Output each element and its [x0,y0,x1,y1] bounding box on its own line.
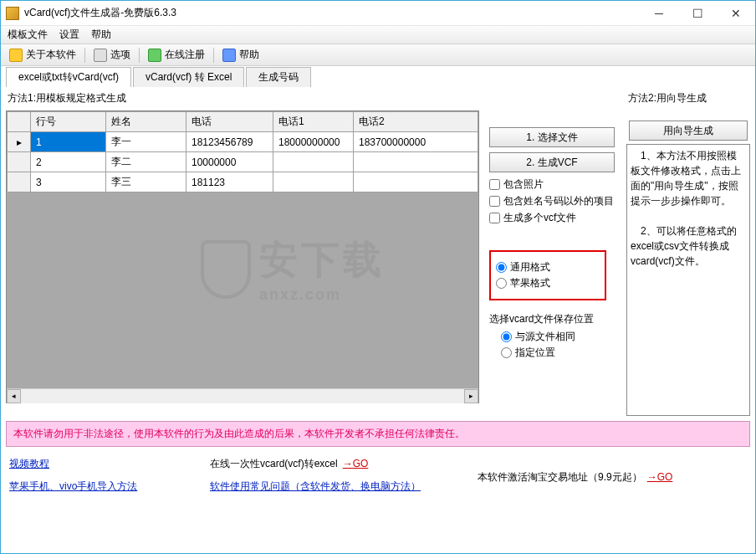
about-icon [9,49,23,62]
cell[interactable]: 10000000 [186,152,273,172]
separator [139,48,140,63]
options-label: 选项 [110,48,130,62]
title-bar: vCard(vcf)文件生成器-免费版6.3.3 ─ ☐ ✕ [1,1,755,26]
tab-strip: excel或txt转vCard(vcf) vCard(vcf) 转 Excel … [1,68,755,86]
cell[interactable]: 2 [31,152,106,172]
minimize-button[interactable]: ─ [640,1,678,26]
app-icon [6,7,19,20]
options-button[interactable]: 选项 [89,46,135,64]
cell[interactable]: 李三 [106,172,186,192]
disclaimer-banner: 本软件请勿用于非法途径，使用本软件的行为及由此造成的后果，本软件开发者不承担任何… [6,421,750,447]
wizard-button[interactable]: 用向导生成 [629,121,748,141]
col-name[interactable]: 姓名 [106,112,186,132]
col-tel1[interactable]: 电话1 [273,112,354,132]
tab-excel-to-vcf[interactable]: excel或txt转vCard(vcf) [6,67,131,87]
checkbox-icon[interactable] [489,196,500,207]
scroll-right-arrow[interactable]: ▸ [464,389,478,403]
scroll-track[interactable] [21,389,464,403]
cell[interactable] [354,172,478,192]
radio-icon[interactable] [501,331,512,342]
cell[interactable]: 183700000000 [354,132,478,152]
about-button[interactable]: 关于本软件 [4,46,81,64]
register-icon [148,49,161,62]
method1-label: 方法1:用模板规定格式生成 [8,91,621,105]
generate-vcf-button[interactable]: 2. 生成VCF [489,152,615,172]
grid-header-row: 行号 姓名 电话 电话1 电话2 [8,112,478,132]
cell[interactable]: 181123 [186,172,273,192]
faq-link[interactable]: 软件使用常见问题（含软件发货、换电脑方法） [210,480,421,492]
scroll-left-arrow[interactable]: ◂ [7,389,21,403]
side-panel: 1. 选择文件 2. 生成VCF 包含照片 包含姓名号码以外的项目 生成多个vc… [479,110,621,403]
checkbox-icon[interactable] [489,179,500,190]
custom-location-radio[interactable]: 指定位置 [501,346,621,360]
horizontal-scrollbar[interactable]: ◂ ▸ [7,388,478,403]
data-grid[interactable]: 行号 姓名 电话 电话1 电话2 ▸ 1 李一 18123456789 1800… [6,110,479,403]
cell[interactable]: 李二 [106,152,186,172]
include-extra-checkbox[interactable]: 包含姓名号码以外的项目 [489,194,621,208]
cell[interactable]: 18123456789 [186,132,273,152]
help-label: 帮助 [239,48,259,62]
phone-import-link[interactable]: 苹果手机、vivo手机导入方法 [9,480,137,492]
col-rownum[interactable]: 行号 [31,112,106,132]
separator [84,48,85,63]
radio-icon[interactable] [496,262,507,273]
radio-icon[interactable] [501,347,512,358]
col-tel[interactable]: 电话 [186,112,273,132]
apple-format-radio[interactable]: 苹果格式 [496,276,600,290]
help-icon [222,49,236,62]
wizard-text: 1、本方法不用按照模板文件修改格式，点击上面的"用向导生成"，按照提示一步步操作… [631,150,741,267]
menu-help[interactable]: 帮助 [91,28,111,42]
go-link-2[interactable]: →GO [647,471,673,483]
content-area: 方法1:用模板规定格式生成 行号 姓名 电话 电话1 电话2 ▸ [1,86,755,413]
save-location-label: 选择vcard文件保存位置 [489,312,621,326]
row-header-blank [8,112,31,132]
cell[interactable]: 18000000000 [273,132,354,152]
toolbar: 关于本软件 选项 在线注册 帮助 [1,44,755,66]
grid-row[interactable]: 2 李二 10000000 [8,152,478,172]
cell[interactable]: 李一 [106,132,186,152]
label: 生成多个vcf文件 [503,211,576,225]
cell[interactable] [273,172,354,192]
tab-vcf-to-excel[interactable]: vCard(vcf) 转 Excel [133,67,244,87]
label: 包含照片 [503,177,544,192]
register-button[interactable]: 在线注册 [143,46,210,64]
right-column: 方法2:用向导生成 用向导生成 1、本方法不用按照模板文件修改格式，点击上面的"… [626,90,750,413]
radio-icon[interactable] [496,278,507,289]
grid-row[interactable]: ▸ 1 李一 18123456789 18000000000 183700000… [8,132,478,152]
label: 通用格式 [510,260,550,274]
same-location-radio[interactable]: 与源文件相同 [501,330,621,344]
wizard-description: 1、本方法不用按照模板文件修改格式，点击上面的"用向导生成"，按照提示一步步操作… [626,144,750,416]
help-button[interactable]: 帮助 [217,46,264,64]
about-label: 关于本软件 [26,48,76,62]
label: 与源文件相同 [515,330,575,344]
grid-row[interactable]: 3 李三 181123 [8,172,478,192]
maximize-button[interactable]: ☐ [678,1,717,26]
left-column: 方法1:用模板规定格式生成 行号 姓名 电话 电话1 电话2 ▸ [6,90,621,413]
label: 包含姓名号码以外的项目 [503,194,614,208]
window-title: vCard(vcf)文件生成器-免费版6.3.3 [24,6,640,20]
cell[interactable]: 1 [31,132,106,152]
menu-bar: 模板文件 设置 帮助 [1,26,755,44]
menu-settings[interactable]: 设置 [59,28,79,42]
include-photo-checkbox[interactable]: 包含照片 [489,177,621,192]
method2-label: 方法2:用向导生成 [628,91,750,105]
checkbox-icon[interactable] [489,213,500,223]
tab-gen-numbers[interactable]: 生成号码 [246,67,311,87]
cell[interactable] [273,152,354,172]
row-indicator [8,172,31,192]
format-radio-group: 通用格式 苹果格式 [489,250,606,300]
taobao-label: 本软件激活淘宝交易地址（9.9元起） [478,471,642,483]
separator [213,48,214,63]
go-link-1[interactable]: →GO [343,458,369,469]
close-button[interactable]: ✕ [717,1,755,26]
multi-vcf-checkbox[interactable]: 生成多个vcf文件 [489,211,621,225]
col-tel2[interactable]: 电话2 [354,112,478,132]
general-format-radio[interactable]: 通用格式 [496,260,600,274]
video-tutorial-link[interactable]: 视频教程 [9,458,49,469]
select-file-button[interactable]: 1. 选择文件 [489,127,615,147]
cell[interactable]: 3 [31,172,106,192]
cell[interactable] [354,152,478,172]
menu-file[interactable]: 模板文件 [8,28,48,42]
links-row: 视频教程 苹果手机、vivo手机导入方法 在线一次性vcard(vcf)转exc… [1,450,755,497]
label: 苹果格式 [510,276,550,290]
